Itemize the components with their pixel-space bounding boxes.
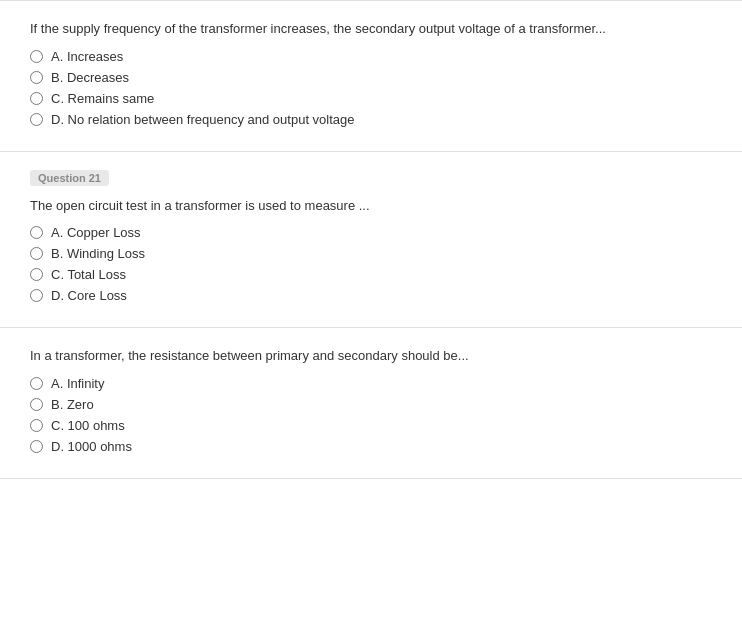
radio-q3d[interactable] xyxy=(30,440,43,453)
option-q1b[interactable]: B. Decreases xyxy=(30,70,712,85)
options-list-3: A. Infinity B. Zero C. 100 ohms D. 1000 … xyxy=(30,376,712,454)
radio-q1a[interactable] xyxy=(30,50,43,63)
radio-q2c[interactable] xyxy=(30,268,43,281)
question-text-3: In a transformer, the resistance between… xyxy=(30,346,712,366)
radio-q1c[interactable] xyxy=(30,92,43,105)
option-q2a[interactable]: A. Copper Loss xyxy=(30,225,712,240)
option-q1a[interactable]: A. Increases xyxy=(30,49,712,64)
question-block-3: In a transformer, the resistance between… xyxy=(0,328,742,479)
option-label-q1a: A. Increases xyxy=(51,49,123,64)
option-label-q3d: D. 1000 ohms xyxy=(51,439,132,454)
radio-q3a[interactable] xyxy=(30,377,43,390)
option-q2b[interactable]: B. Winding Loss xyxy=(30,246,712,261)
option-label-q2d: D. Core Loss xyxy=(51,288,127,303)
option-q3b[interactable]: B. Zero xyxy=(30,397,712,412)
quiz-container: If the supply frequency of the transform… xyxy=(0,0,742,479)
question-text-2: The open circuit test in a transformer i… xyxy=(30,196,712,216)
radio-q3b[interactable] xyxy=(30,398,43,411)
option-q3d[interactable]: D. 1000 ohms xyxy=(30,439,712,454)
option-q3a[interactable]: A. Infinity xyxy=(30,376,712,391)
option-q3c[interactable]: C. 100 ohms xyxy=(30,418,712,433)
option-label-q3b: B. Zero xyxy=(51,397,94,412)
question-text-1: If the supply frequency of the transform… xyxy=(30,19,712,39)
options-list-2: A. Copper Loss B. Winding Loss C. Total … xyxy=(30,225,712,303)
radio-q2d[interactable] xyxy=(30,289,43,302)
option-q2c[interactable]: C. Total Loss xyxy=(30,267,712,282)
option-label-q3c: C. 100 ohms xyxy=(51,418,125,433)
option-label-q3a: A. Infinity xyxy=(51,376,104,391)
question-badge-2: Question 21 xyxy=(30,170,109,186)
question-block-1: If the supply frequency of the transform… xyxy=(0,0,742,152)
option-label-q2a: A. Copper Loss xyxy=(51,225,141,240)
radio-q2b[interactable] xyxy=(30,247,43,260)
question-block-2: Question 21 The open circuit test in a t… xyxy=(0,152,742,329)
radio-q2a[interactable] xyxy=(30,226,43,239)
radio-q3c[interactable] xyxy=(30,419,43,432)
option-q1c[interactable]: C. Remains same xyxy=(30,91,712,106)
option-label-q1c: C. Remains same xyxy=(51,91,154,106)
option-label-q2c: C. Total Loss xyxy=(51,267,126,282)
option-q1d[interactable]: D. No relation between frequency and out… xyxy=(30,112,712,127)
radio-q1b[interactable] xyxy=(30,71,43,84)
option-label-q1d: D. No relation between frequency and out… xyxy=(51,112,355,127)
radio-q1d[interactable] xyxy=(30,113,43,126)
option-q2d[interactable]: D. Core Loss xyxy=(30,288,712,303)
option-label-q2b: B. Winding Loss xyxy=(51,246,145,261)
option-label-q1b: B. Decreases xyxy=(51,70,129,85)
options-list-1: A. Increases B. Decreases C. Remains sam… xyxy=(30,49,712,127)
